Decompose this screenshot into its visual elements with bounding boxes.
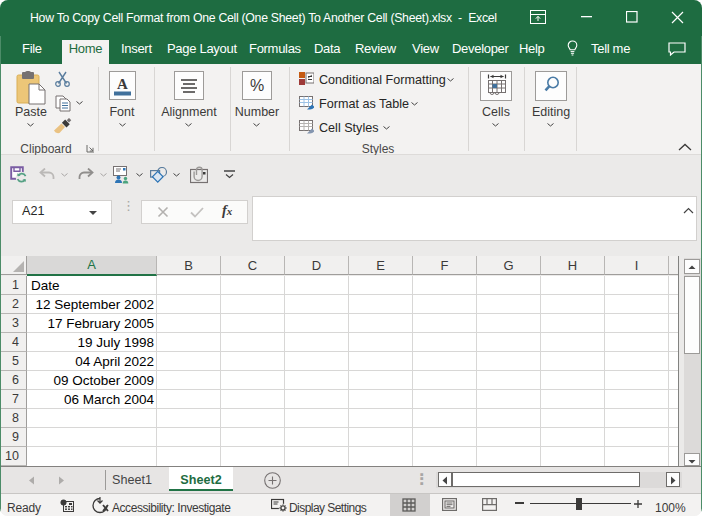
svg-text:%: % [250, 77, 264, 94]
svg-text:A: A [117, 76, 128, 92]
